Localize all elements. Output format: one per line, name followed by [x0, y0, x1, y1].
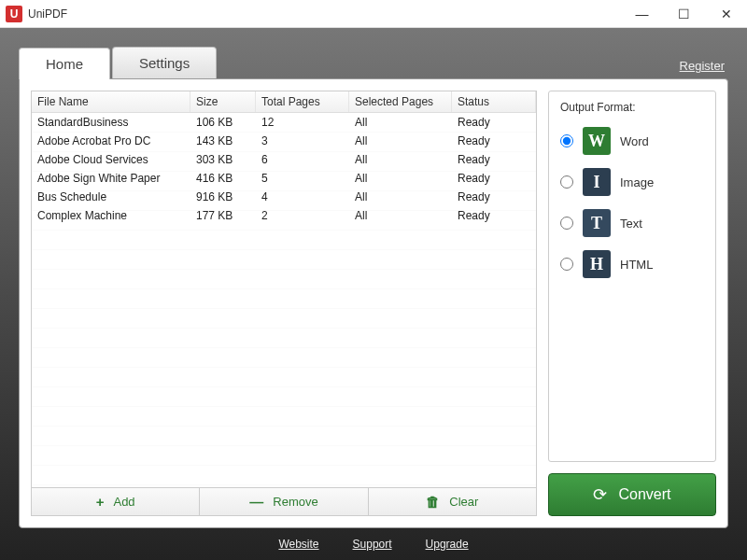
support-link[interactable]: Support — [353, 538, 392, 551]
format-option-image[interactable]: IImage — [560, 168, 704, 196]
cell-selected-pages: All — [349, 116, 452, 129]
col-selected-pages[interactable]: Selected Pages — [349, 91, 452, 112]
table-row[interactable]: Adobe Acrobat Pro DC143 KB3AllReady — [32, 132, 536, 150]
output-column: Output Format: WWordIImageTTextHHTML ⟳ C… — [548, 91, 716, 516]
format-icon-image: I — [583, 168, 611, 196]
cell-selected-pages: All — [349, 190, 452, 203]
cell-size: 106 KB — [190, 116, 256, 129]
main-area: Home Settings Register File Name Size To… — [0, 28, 747, 560]
table-row[interactable]: StandardBusiness106 KB12AllReady — [32, 113, 536, 132]
format-option-html[interactable]: HHTML — [560, 250, 704, 278]
cell-selected-pages: All — [349, 172, 452, 185]
add-label: Add — [113, 495, 134, 509]
format-icon-html: H — [583, 250, 611, 278]
col-total-pages[interactable]: Total Pages — [256, 91, 349, 112]
content-panel: File Name Size Total Pages Selected Page… — [19, 78, 728, 528]
plus-icon: + — [96, 494, 105, 510]
website-link[interactable]: Website — [278, 538, 318, 551]
tab-row: Home Settings Register — [19, 47, 728, 78]
col-status[interactable]: Status — [452, 91, 536, 112]
cell-filename: Bus Schedule — [32, 190, 190, 203]
cell-total-pages: 12 — [256, 116, 349, 129]
table-row[interactable]: Complex Machine177 KB2AllReady — [32, 206, 536, 225]
tab-settings[interactable]: Settings — [112, 47, 217, 78]
cell-status: Ready — [452, 153, 536, 166]
cell-size: 177 KB — [190, 209, 256, 222]
cell-selected-pages: All — [349, 134, 452, 147]
cell-selected-pages: All — [349, 209, 452, 222]
format-radio[interactable] — [560, 134, 573, 147]
cell-size: 143 KB — [190, 134, 256, 147]
register-link[interactable]: Register — [680, 59, 728, 78]
maximize-button[interactable]: ☐ — [663, 0, 705, 28]
clear-label: Clear — [449, 495, 478, 509]
window-controls: — ☐ ✕ — [621, 0, 747, 28]
upgrade-link[interactable]: Upgrade — [426, 538, 469, 551]
format-label: Word — [620, 134, 649, 148]
file-list-column: File Name Size Total Pages Selected Page… — [31, 91, 537, 516]
minus-icon: — — [249, 494, 263, 510]
cell-size: 916 KB — [190, 190, 256, 203]
table-row[interactable]: Adobe Sign White Paper416 KB5AllReady — [32, 169, 536, 188]
cell-size: 416 KB — [190, 172, 256, 185]
format-radio[interactable] — [560, 258, 573, 271]
table-body[interactable]: StandardBusiness106 KB12AllReadyAdobe Ac… — [32, 113, 536, 487]
remove-button[interactable]: — Remove — [200, 488, 368, 515]
format-option-word[interactable]: WWord — [560, 127, 704, 155]
cell-filename: Adobe Sign White Paper — [32, 172, 190, 185]
cell-filename: Adobe Acrobat Pro DC — [32, 134, 190, 147]
col-filename[interactable]: File Name — [32, 91, 190, 112]
cell-status: Ready — [452, 209, 536, 222]
format-icon-text: T — [583, 209, 611, 237]
cell-total-pages: 4 — [256, 190, 349, 203]
cell-total-pages: 5 — [256, 172, 349, 185]
app-title: UniPDF — [28, 7, 621, 21]
footer-links: Website Support Upgrade — [19, 528, 728, 553]
cell-status: Ready — [452, 190, 536, 203]
convert-label: Convert — [618, 486, 670, 503]
cell-size: 303 KB — [190, 153, 256, 166]
format-radio[interactable] — [560, 217, 573, 230]
table-row[interactable]: Bus Schedule916 KB4AllReady — [32, 188, 536, 206]
refresh-icon: ⟳ — [593, 484, 607, 505]
file-table: File Name Size Total Pages Selected Page… — [31, 91, 537, 488]
cell-filename: Complex Machine — [32, 209, 190, 222]
close-button[interactable]: ✕ — [705, 0, 747, 28]
add-button[interactable]: + Add — [32, 488, 200, 515]
cell-selected-pages: All — [349, 153, 452, 166]
tab-home[interactable]: Home — [19, 48, 110, 79]
cell-total-pages: 6 — [256, 153, 349, 166]
trash-icon: 🗑 — [426, 494, 440, 510]
table-header: File Name Size Total Pages Selected Page… — [32, 91, 536, 113]
col-size[interactable]: Size — [190, 91, 256, 112]
format-label: HTML — [620, 258, 653, 272]
format-option-text[interactable]: TText — [560, 209, 704, 237]
cell-filename: StandardBusiness — [32, 116, 190, 129]
format-label: Text — [620, 217, 642, 231]
clear-button[interactable]: 🗑 Clear — [369, 488, 536, 515]
cell-filename: Adobe Cloud Services — [32, 153, 190, 166]
cell-status: Ready — [452, 116, 536, 129]
app-icon: U — [6, 6, 22, 22]
cell-status: Ready — [452, 134, 536, 147]
output-format-box: Output Format: WWordIImageTTextHHTML — [548, 91, 716, 462]
convert-button[interactable]: ⟳ Convert — [548, 473, 716, 516]
titlebar: U UniPDF — ☐ ✕ — [0, 0, 747, 28]
cell-total-pages: 3 — [256, 134, 349, 147]
output-format-header: Output Format: — [560, 101, 704, 114]
table-row[interactable]: Adobe Cloud Services303 KB6AllReady — [32, 150, 536, 169]
format-radio[interactable] — [560, 175, 573, 189]
format-icon-word: W — [583, 127, 611, 155]
cell-total-pages: 2 — [256, 209, 349, 222]
cell-status: Ready — [452, 172, 536, 185]
format-label: Image — [620, 175, 654, 189]
action-button-row: + Add — Remove 🗑 Clear — [31, 488, 537, 516]
remove-label: Remove — [273, 495, 317, 509]
minimize-button[interactable]: — — [621, 0, 663, 28]
